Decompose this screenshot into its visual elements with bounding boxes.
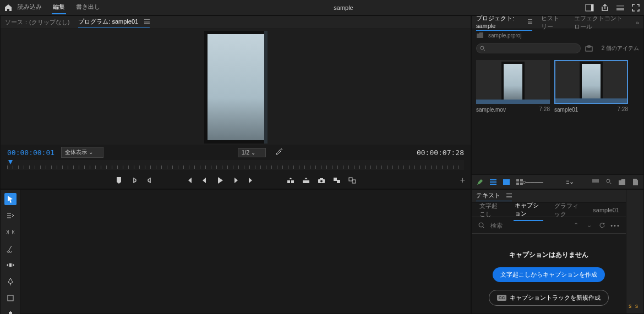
button-editor-icon[interactable]: + (460, 175, 465, 185)
go-to-out-icon[interactable] (247, 177, 255, 184)
effect-controls-tab[interactable]: エフェクトコントロール (574, 14, 627, 31)
new-bin-icon[interactable] (585, 45, 593, 52)
item-duration: 7:28 (618, 106, 628, 112)
hand-tool-icon[interactable] (4, 309, 17, 314)
new-item-icon[interactable] (631, 178, 639, 186)
step-forward-icon[interactable] (232, 177, 239, 184)
program-monitor-panel: ソース：(クリップなし) プログラム: sample01 00:00:00:01… (0, 15, 471, 189)
extract-icon[interactable] (302, 177, 310, 184)
empty-caption-message: キャプションはありません (509, 250, 588, 260)
project-tab-label: プロジェクト: sample (476, 14, 522, 29)
mark-in-icon[interactable] (130, 177, 138, 184)
new-caption-track-label: キャプショントラックを新規作成 (510, 294, 601, 302)
sort-icon[interactable]: ⌄ (566, 178, 574, 186)
play-icon[interactable] (216, 177, 224, 184)
resolution-select[interactable]: 1/2 ⌄ (238, 148, 266, 157)
svg-point-7 (320, 180, 323, 182)
automate-icon[interactable] (592, 178, 599, 186)
selection-tool-icon[interactable] (4, 193, 17, 205)
add-marker-icon[interactable] (115, 177, 123, 184)
resolution-label: 1/2 (242, 150, 249, 156)
svg-line-30 (483, 227, 484, 228)
tab-export[interactable]: 書き出し (75, 1, 101, 14)
preview-viewport[interactable] (1, 29, 471, 145)
refresh-icon[interactable] (598, 222, 606, 229)
tab-import[interactable]: 読み込み (17, 1, 43, 14)
svg-line-13 (484, 49, 485, 51)
new-bin-icon[interactable] (618, 178, 626, 186)
safe-margins-icon[interactable] (348, 177, 356, 184)
text-sequence-name: sample01 (593, 207, 619, 213)
overflow-icon[interactable]: » (636, 19, 639, 26)
new-caption-track-button[interactable]: CCキャプショントラックを新規作成 (489, 290, 609, 306)
panel-menu-icon[interactable] (528, 19, 532, 24)
document-title: sample (101, 4, 586, 11)
svg-rect-24 (592, 179, 599, 183)
share-icon[interactable] (601, 4, 609, 12)
svg-point-25 (607, 179, 610, 183)
step-back-icon[interactable] (201, 177, 209, 184)
project-item[interactable]: sample.mov 7:28 (476, 60, 550, 113)
history-tab[interactable]: ヒストリー (541, 14, 565, 31)
ripple-edit-tool-icon[interactable] (4, 226, 17, 238)
lift-icon[interactable] (287, 177, 294, 184)
svg-rect-20 (516, 179, 519, 181)
settings-wrench-icon[interactable] (275, 148, 282, 156)
cc-badge-icon: CC (497, 295, 507, 301)
list-view-icon[interactable] (489, 178, 497, 186)
program-duration: 00:00:07:28 (417, 148, 464, 157)
item-name: sample.mov (476, 107, 506, 113)
svg-rect-8 (334, 178, 337, 181)
zoom-slider-icon[interactable]: ○──── (529, 178, 537, 186)
item-name: sample01 (554, 107, 578, 113)
create-caption-from-transcribe-button[interactable]: 文字起こしからキャプションを作成 (493, 267, 605, 282)
rectangle-tool-icon[interactable] (4, 292, 17, 304)
search-icon (478, 222, 485, 229)
playhead-icon[interactable] (8, 160, 13, 164)
caption-search-input[interactable] (490, 222, 566, 229)
tool-palette: T (1, 190, 20, 314)
preview-frame (204, 31, 268, 144)
menu-icon[interactable] (616, 4, 624, 12)
zoom-fit-label: 全体表示 (65, 149, 87, 155)
source-tab[interactable]: ソース：(クリップなし) (5, 18, 69, 26)
text-tab-label: テキスト (476, 191, 500, 200)
home-icon[interactable] (4, 4, 12, 12)
transport-controls (1, 172, 471, 189)
solo-indicators: s s (629, 303, 639, 309)
track-select-tool-icon[interactable] (4, 210, 17, 222)
project-search[interactable] (476, 43, 581, 53)
export-frame-icon[interactable] (318, 177, 325, 184)
fullscreen-icon[interactable] (632, 4, 640, 12)
go-to-in-icon[interactable] (185, 177, 193, 184)
comparison-icon[interactable] (333, 177, 341, 184)
icon-view-icon[interactable] (503, 178, 510, 186)
write-icon[interactable] (476, 178, 484, 186)
mark-out-icon[interactable] (146, 177, 154, 184)
find-icon[interactable] (605, 178, 613, 186)
svg-rect-9 (337, 180, 340, 183)
program-time-ruler[interactable] (7, 160, 464, 170)
slip-tool-icon[interactable] (4, 259, 17, 271)
razor-tool-icon[interactable] (4, 243, 17, 255)
item-count: 2 個のアイテム (602, 45, 639, 52)
project-tab[interactable]: プロジェクト: sample (476, 14, 532, 31)
svg-rect-10 (349, 178, 352, 181)
panel-menu-icon[interactable] (144, 19, 150, 24)
svg-rect-2 (287, 180, 290, 183)
project-panel: プロジェクト: sample ヒストリー エフェクトコントロール » sampl… (471, 15, 644, 189)
tab-edit[interactable]: 編集 (52, 1, 66, 14)
more-options-icon[interactable]: ••• (612, 222, 619, 229)
panel-menu-icon[interactable] (506, 193, 512, 197)
svg-rect-1 (591, 4, 593, 11)
next-result-icon[interactable]: ⌄ (585, 222, 593, 229)
program-tab[interactable]: プログラム: sample01 (78, 18, 150, 27)
prev-result-icon[interactable]: ⌃ (572, 222, 580, 229)
audio-meter-rail: s s (626, 190, 643, 313)
workspace-icon[interactable] (586, 4, 593, 12)
project-item[interactable]: sample01 7:28 (554, 60, 628, 113)
zoom-fit-select[interactable]: 全体表示 ⌄ (61, 147, 103, 158)
svg-rect-11 (352, 180, 356, 183)
program-timecode[interactable]: 00:00:00:01 (7, 148, 54, 157)
pen-tool-icon[interactable] (4, 276, 17, 288)
